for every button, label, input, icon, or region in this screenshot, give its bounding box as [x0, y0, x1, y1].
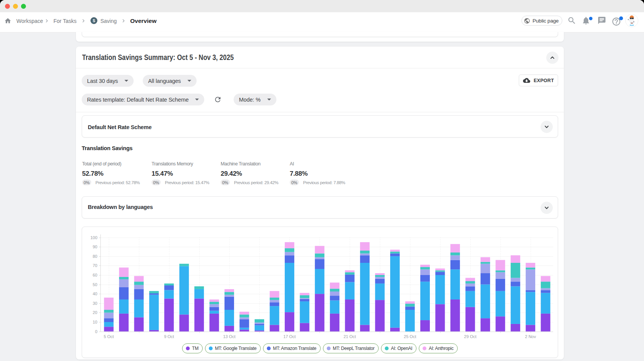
svg-text:70: 70 — [93, 263, 97, 268]
svg-text:50: 50 — [93, 282, 97, 287]
svg-text:20: 20 — [93, 310, 97, 315]
svg-text:100: 100 — [90, 235, 97, 240]
svg-text:30: 30 — [93, 301, 97, 306]
svg-text:40: 40 — [93, 291, 97, 296]
svg-text:90: 90 — [93, 244, 97, 249]
svg-text:13 Oct: 13 Oct — [223, 334, 235, 339]
svg-text:10: 10 — [93, 320, 97, 324]
svg-text:80: 80 — [93, 254, 97, 259]
svg-text:5 Oct: 5 Oct — [104, 334, 114, 339]
svg-text:17 Oct: 17 Oct — [283, 334, 295, 339]
svg-text:60: 60 — [93, 273, 97, 277]
svg-text:29 Oct: 29 Oct — [464, 334, 476, 339]
svg-text:21 Oct: 21 Oct — [344, 334, 356, 339]
svg-text:2 Nov: 2 Nov — [525, 334, 536, 339]
svg-text:25 Oct: 25 Oct — [404, 334, 416, 339]
svg-text:0: 0 — [95, 329, 97, 334]
svg-text:9 Oct: 9 Oct — [164, 334, 174, 339]
